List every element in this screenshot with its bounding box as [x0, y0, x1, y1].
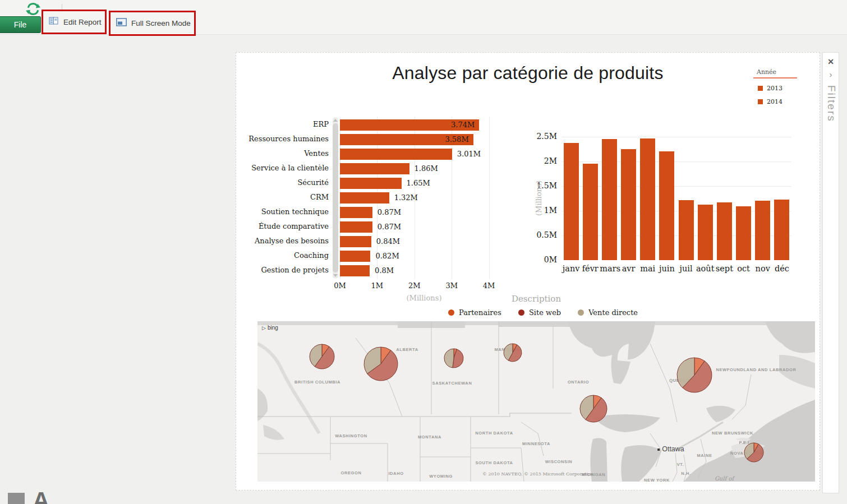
map-pie-ontario[interactable]	[579, 395, 607, 423]
edit-report-label: Edit Report	[63, 18, 102, 26]
map-label-minnesota: MINNESOTA	[522, 441, 550, 446]
column-month-label: janv	[561, 264, 581, 273]
file-button[interactable]: File	[0, 16, 41, 33]
map-pie-nova-scotia[interactable]	[744, 442, 764, 463]
map-pie-british-columbia[interactable]	[309, 344, 335, 369]
filters-close-icon[interactable]: ✕	[823, 57, 839, 66]
column-bar-déc[interactable]	[774, 200, 789, 260]
column-month-label: mai	[638, 264, 657, 273]
legend-item-Site web[interactable]: Site web	[518, 308, 561, 317]
map-attribution: © 2010 NAVTEQ, © 2015 Microsoft Corporat…	[443, 471, 633, 477]
barh-category-label: Étude comparative	[236, 222, 329, 230]
barh-data-label: 0.87M	[378, 223, 401, 231]
column-month-label: août	[696, 264, 715, 273]
map-pie-quebec[interactable]	[676, 357, 712, 393]
barh-bar-Étude comparative[interactable]	[340, 221, 372, 233]
column-axis-tick: 0.5M	[528, 230, 557, 239]
annee-legend-title: Année	[753, 68, 797, 76]
column-axis-tick: 0M	[528, 255, 557, 264]
column-bar-juin[interactable]	[659, 151, 674, 260]
legend-item-Partenaires[interactable]: Partenaires	[448, 308, 501, 317]
annee-item-2013[interactable]: 2013	[758, 85, 797, 92]
barh-bar-Soutien technique[interactable]	[340, 207, 372, 218]
column-bar-mars[interactable]	[602, 139, 617, 260]
barh-data-label: 1.32M	[394, 193, 418, 202]
column-axis-tick: 2.5M	[528, 132, 557, 141]
annee-item-label: 2014	[767, 98, 782, 105]
barh-bar-Ventes[interactable]	[340, 149, 452, 160]
legend-item-label: Vente directe	[588, 308, 638, 317]
scrollbar-up-arrow[interactable]	[333, 119, 338, 122]
annee-item-label: 2013	[767, 85, 782, 92]
map-label-south-dakota: SOUTH DAKOTA	[475, 460, 513, 465]
barh-data-label: 1.65M	[407, 179, 430, 187]
column-month-label: mars	[600, 264, 619, 273]
column-bar-août[interactable]	[698, 205, 713, 260]
map-label-new-york: NEW YORK	[644, 478, 670, 482]
map-label-saskatchewan: SASKATCHEWAN	[432, 381, 472, 386]
map-label-ottawa: Ottawa	[657, 445, 684, 453]
gridline	[489, 117, 490, 279]
column-month-label: oct	[734, 264, 753, 273]
barh-bar-Gestion de projets[interactable]	[340, 265, 370, 276]
map-label-alberta: ALBERTA	[396, 347, 418, 352]
column-bar-nov[interactable]	[755, 201, 770, 260]
barh-bar-Coaching[interactable]	[340, 251, 370, 262]
report-title: Analyse par catégorie de produits	[236, 63, 820, 84]
map-pie-alberta[interactable]	[363, 346, 398, 381]
filters-expand-chevron-icon[interactable]: ›	[823, 70, 839, 79]
full-screen-mode-label: Full Screen Mode	[131, 19, 191, 27]
column-bar-mai[interactable]	[640, 138, 655, 260]
map-pie-manitoba[interactable]	[503, 343, 522, 362]
barh-category-label: Sécurité	[236, 178, 329, 187]
column-axis-tick: 2M	[528, 156, 557, 165]
bing-logo: ▷bing	[262, 325, 278, 331]
barh-data-label: 0.84M	[376, 237, 400, 246]
scrollbar-down-arrow[interactable]	[333, 274, 338, 277]
map-label-oregon: OREGON	[341, 470, 362, 475]
legend-swatch	[518, 309, 524, 316]
edit-report-button[interactable]: Edit Report	[42, 10, 107, 34]
column-bar-févr[interactable]	[583, 164, 598, 260]
annee-swatch	[758, 99, 763, 104]
column-bar-janv[interactable]	[564, 143, 579, 260]
gridline	[561, 161, 791, 162]
barh-category-label: Service à la clientèle	[236, 164, 329, 172]
annee-legend-rule	[753, 77, 797, 78]
annee-legend: Année 20132014	[753, 68, 797, 105]
pie-slice-vente-directe[interactable]	[444, 349, 454, 368]
full-screen-mode-button[interactable]: Full Screen Mode	[109, 11, 196, 36]
column-bar-oct[interactable]	[736, 206, 751, 260]
column-month-label: juil	[676, 264, 696, 273]
map-visual[interactable]: ▷bing BRITISH COLUMBIAALBERTASASKATCHEWA…	[257, 321, 815, 482]
column-bar-juil[interactable]	[679, 200, 694, 260]
refresh-button[interactable]	[25, 2, 43, 17]
barh-bar-CRM[interactable]	[340, 192, 389, 204]
column-month-label: avr	[619, 264, 638, 273]
cutoff-icon-square	[8, 493, 25, 504]
column-bar-avr[interactable]	[621, 149, 636, 260]
barh-data-label: 3.01M	[457, 150, 481, 158]
barh-bar-Service à la clientèle[interactable]	[340, 163, 409, 174]
ribbon: File Edit Report Full Screen Mode	[0, 0, 847, 35]
map-label-vt-: VT.	[677, 462, 684, 467]
column-axis-units: (Millions)	[535, 181, 543, 216]
map-label-north-dakota: NORTH DAKOTA	[475, 431, 513, 436]
cutoff-icon-letter-a: A	[33, 489, 49, 504]
map-pie-saskatchewan[interactable]	[444, 348, 464, 368]
barh-data-label: 1.86M	[415, 164, 438, 173]
barh-bar-Analyse des besoins[interactable]	[340, 236, 371, 247]
report-canvas: Analyse par catégorie de produits Année …	[236, 52, 820, 491]
filters-pane-title[interactable]: Filters	[825, 85, 837, 122]
barh-data-label: 0.8M	[375, 266, 394, 275]
legend-swatch	[448, 309, 454, 316]
column-bar-sept[interactable]	[717, 202, 732, 260]
legend-item-Vente directe[interactable]: Vente directe	[578, 308, 638, 317]
scrollbar-thumb[interactable]	[333, 123, 338, 272]
annee-item-2014[interactable]: 2014	[758, 98, 797, 105]
bar-chart-scrollbar[interactable]	[333, 117, 338, 279]
barh-category-label: ERP	[236, 120, 329, 128]
map-label-new-brunswick: NEW BRUNSWICK	[712, 431, 753, 436]
legend-item-label: Site web	[529, 308, 561, 317]
barh-bar-Sécurité[interactable]	[340, 178, 402, 189]
